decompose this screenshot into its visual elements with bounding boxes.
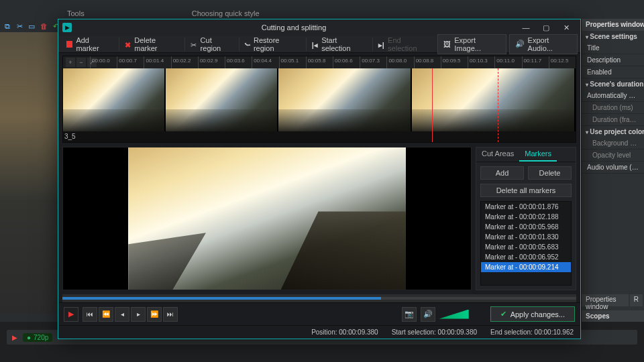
marker-delete-button[interactable]: Delete [528,166,572,180]
props-tab-main[interactable]: Properties window [582,294,629,306]
zoom-in-icon[interactable]: + [66,58,75,67]
restore-region-button[interactable]: Restore region [239,38,304,51]
apply-changes-button[interactable]: ✔Apply changes... [490,306,575,322]
bg-copy-icon[interactable]: ⧉ [3,21,12,31]
timeline-strip[interactable]: + − ⤢ 00:00.000:00.700:01.400:02.200:02.… [62,56,576,143]
preview-viewport[interactable] [62,147,472,290]
bracket-start-icon: |◂ [312,41,318,48]
markers-list[interactable]: Marker at - 00:00:01.876Marker at - 00:0… [480,201,572,286]
zoom-out-icon[interactable]: − [76,58,86,67]
marker-item[interactable]: Marker at - 00:00:05.968 [481,222,571,232]
properties-panel: Properties window Scene settings Title D… [581,19,644,322]
cut-region-button[interactable]: ✂Cut region [184,38,237,51]
goto-end-button[interactable]: ⏭ [163,307,178,322]
mute-button[interactable]: 🔊 [421,307,435,322]
prop-duration-frames[interactable]: Duration (frames) [582,114,644,126]
bg-delete-icon[interactable]: 🗑 [39,21,48,31]
marker-item[interactable]: Marker at - 00:00:09.214 [481,262,571,272]
properties-title: Properties window [582,19,644,31]
tab-markers[interactable]: Markers [519,147,557,162]
flag-icon [66,41,72,48]
delete-all-markers-button[interactable]: Delete all markers [480,184,572,197]
restore-icon [245,42,251,47]
timeline-thumbnails[interactable]: 3_5 [63,68,576,142]
export-image-button[interactable]: 🖼Export Image... [437,34,506,54]
prop-auto-calc[interactable]: Automatically calc [582,90,644,102]
prop-title[interactable]: Title [582,42,644,54]
marker-item[interactable]: Marker at - 00:00:02.188 [481,212,571,222]
status-start: 00:00:09.380 [438,328,477,336]
export-audio-button[interactable]: 🔊Export Audio... [509,34,578,54]
marker-add-button[interactable]: Add [480,166,524,180]
step-back-button[interactable]: ⏪ [99,307,113,322]
tick: 00:08.8 [414,56,441,68]
section-scene-duration[interactable]: Scene's duration [582,78,644,90]
scissors-icon: ✂ [191,41,197,48]
next-frame-button[interactable]: ▸ [131,307,146,322]
marker-item[interactable]: Marker at - 00:00:01.876 [481,202,571,212]
prev-frame-button[interactable]: ◂ [115,307,129,322]
volume-slider[interactable] [439,310,469,319]
step-fwd-button[interactable]: ⏩ [147,307,162,322]
prop-description[interactable]: Description [582,54,644,66]
prop-bg-color[interactable]: Background color [582,137,644,149]
tick: 00:00.0 [90,56,117,68]
preview-image [128,147,405,290]
tick: 00:03.6 [225,56,252,68]
tick: 00:05.1 [279,56,306,68]
tick: 00:10.3 [468,56,494,68]
marker-item[interactable]: Marker at - 00:00:06.952 [481,252,571,262]
tick: 00:00.7 [117,56,144,68]
toolbar: Add marker ✖Delete marker ✂Cut region Re… [58,36,580,53]
section-scene-settings[interactable]: Scene settings [582,31,644,42]
bg-resolution-badge[interactable]: ● 720p [23,333,52,342]
tick: 00:06.6 [333,56,360,68]
props-tab-r[interactable]: R [630,294,643,306]
status-bar: Position: 00:00:09.380 Start selection: … [58,325,580,339]
marker-item[interactable]: Marker at - 00:00:05.683 [481,242,571,252]
status-end: 00:00:10.962 [535,328,574,336]
status-position: 00:00:09.380 [339,328,378,336]
goto-start-button[interactable]: ⏮ [83,307,97,322]
minimize-button[interactable]: — [516,21,536,34]
tick: 00:08.0 [386,56,413,68]
app-icon: ▶ [62,23,72,32]
delete-marker-button[interactable]: ✖Delete marker [119,38,183,51]
tick: 00:09.5 [441,56,468,68]
tick: 00:04.4 [252,56,278,68]
tick: 00:01.4 [144,56,170,68]
tick: 00:02.9 [198,56,225,68]
prop-audio-volume[interactable]: Audio volume (dB) [582,162,644,174]
add-marker-button[interactable]: Add marker [61,38,117,51]
cutting-splitting-dialog: ▶ Cutting and splitting — ▢ ✕ Add marker… [58,19,581,339]
end-selection-button: ▸|End selection [372,38,435,51]
maximize-button[interactable]: ▢ [536,21,556,34]
close-button[interactable]: ✕ [556,21,576,34]
bg-paste-icon[interactable]: ▭ [27,21,36,31]
tick: 00:11.0 [494,56,521,68]
snapshot-button[interactable]: 📷 [402,307,417,322]
play-button[interactable]: ▶ [64,307,78,322]
audio-icon: 🔊 [515,40,525,48]
tab-cut-areas[interactable]: Cut Areas [476,147,519,162]
section-use-project-color[interactable]: Use project color [582,126,644,137]
prop-duration-ms[interactable]: Duration (ms) [582,102,644,114]
tick: 00:11.7 [522,56,549,68]
bg-play-icon[interactable]: ▶ [12,334,17,341]
image-icon: 🖼 [443,40,451,48]
clip-label: 3_5 [64,133,76,142]
bg-preview-thumb [0,32,58,314]
transport-bar: ▶ ⏮ ⏪ ◂ ▸ ⏩ ⏭ 📷 🔊 ✔Apply changes... [58,302,580,325]
tick: 00:02.2 [171,56,198,68]
bracket-end-icon: ▸| [378,41,384,48]
side-panel: Cut Areas Markers Add Delete Delete all … [476,147,576,290]
prop-enabled[interactable]: Enabled [582,66,644,78]
start-selection-button[interactable]: |◂Start selection [306,38,371,51]
bg-cut-icon[interactable]: ✂ [15,21,24,31]
prop-opacity[interactable]: Opacity level [582,149,644,162]
scopes-title: Scopes [582,310,644,322]
delete-marker-icon: ✖ [125,41,131,48]
selection-range[interactable] [432,68,498,142]
progress-bar[interactable] [62,294,576,302]
marker-item[interactable]: Marker at - 00:00:01.830 [481,232,571,242]
